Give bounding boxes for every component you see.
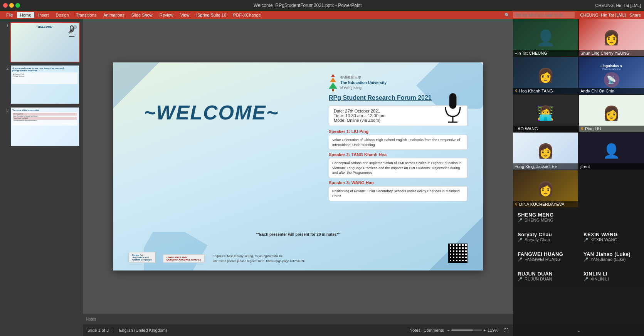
ribbon-user: CHEUNG, Hin Tat [LML]	[580, 13, 626, 17]
sheng-meng-display: SHENG MENG	[518, 212, 573, 218]
xinlin-cell: XINLIN LI 🎤 XINLIN LI	[579, 268, 644, 284]
kexin-sub: KEXIN WANG	[590, 237, 617, 242]
slide-canvas-wrapper: ~WELCOME~ 香港教育大學 The Education U	[83, 19, 513, 314]
sheng-meng-sub: SHENG MENG	[525, 218, 553, 222]
cherry-yeung-label: Shun Ling Cherry YEUNG	[579, 50, 644, 56]
ping-mic-icon: 🎙	[580, 127, 584, 131]
tab-review[interactable]: Review	[156, 12, 177, 18]
soryaly-display: Soryaly Chau	[518, 232, 573, 237]
tab-slideshow[interactable]: Slide Show	[128, 12, 156, 18]
slide-thumb-1[interactable]: ~WELCOME~ 🎤	[10, 22, 80, 62]
tab-design[interactable]: Design	[53, 12, 72, 18]
speaker2-box: Conceptualisations and Implementation of…	[329, 158, 467, 178]
tab-home[interactable]: Home	[17, 12, 34, 18]
slide-thumb-2[interactable]: A warm welcome to our new incoming resea…	[10, 65, 80, 105]
slide-number-1: 1	[3, 22, 8, 28]
slide-logo: 香港教育大學 The Education University of Hong …	[329, 74, 467, 91]
svg-rect-0	[449, 93, 456, 109]
close-button[interactable]	[3, 3, 8, 8]
speaker1-label: Speaker 1: LIU Ping	[329, 129, 467, 134]
tab-transitions[interactable]: Transitions	[73, 12, 99, 18]
zoom-level: 119%	[488, 328, 501, 333]
rujun-cell: RUJUN DUAN 🎤 RUJUN DUAN	[513, 268, 578, 284]
zoom-slider[interactable]	[451, 329, 482, 331]
minus-icon[interactable]: −	[447, 328, 449, 333]
status-bar-right: Notes Comments − + 119% ⛶	[409, 328, 508, 333]
share-button[interactable]: Share	[630, 13, 641, 17]
dina-label: 🎙DINA KUCHERBAYEVA	[513, 201, 578, 207]
mic-icon	[442, 93, 464, 124]
search-input[interactable]	[513, 12, 575, 18]
ribbon-bar: File Home Insert Design Transitions Anim…	[0, 11, 644, 19]
participant-row-shengmeng-kexin: SHENG MENG 🎤 SHENG MENG	[513, 207, 644, 227]
notes-bar: Notes	[83, 314, 513, 324]
slide-count: Slide 1 of 3	[87, 328, 109, 333]
zoom-control: − + 119%	[447, 328, 501, 333]
jtrent-label: jtrent	[579, 163, 644, 170]
video-andy-chin: Linguistics & Communication 📡 Andy Chi O…	[579, 57, 644, 94]
yan-display: YAN Jiahao (Luke)	[583, 251, 639, 257]
minimize-button[interactable]	[9, 3, 14, 8]
video-hin-tat-cheung: 👤 Hin Tat CHEUNG	[513, 19, 578, 56]
notes-area-label: Notes	[83, 317, 513, 321]
jtrent-silhouette: 👤	[603, 143, 620, 159]
slide-number-2: 2	[3, 65, 8, 71]
ribbon-search-area: 🔍	[504, 12, 575, 18]
fit-icon[interactable]: ⛶	[504, 328, 508, 333]
slide-logo-text: 香港教育大學 The Education University of Hong …	[340, 75, 387, 90]
hao-silhouette: 👩‍💻	[537, 105, 554, 121]
scroll-down-button[interactable]: ⌄	[513, 324, 644, 336]
fangwei-sub: FANGWEI HUANG	[525, 257, 561, 262]
window-controls[interactable]	[3, 3, 20, 8]
user-info: CHEUNG, Hin Tat [LML]	[595, 3, 641, 8]
hao-wang-label: HAO WANG	[513, 126, 578, 132]
comments-btn[interactable]: Comments	[424, 328, 444, 333]
window-title: Welcome_RPgStudentForum2021.pptx - Power…	[22, 3, 593, 8]
tab-file[interactable]: File	[3, 12, 16, 18]
row-soryaly-kexin: Soryaly Chau 🎤 Soryaly Chau KEXIN WANG 🎤…	[513, 227, 644, 247]
xinlin-display: XINLIN LI	[583, 271, 639, 277]
speaker2-section: Speaker 2: TANG Khanh Hoa Conceptualisat…	[329, 152, 467, 178]
dina-mic-icon: 🎙	[515, 202, 518, 207]
slide-thumb-3[interactable]: The order of the presentation LIU, Ping …	[10, 107, 80, 147]
video-ping-liu: 👩 🎙Ping LIU	[579, 95, 644, 132]
slide-area: ~WELCOME~ 香港教育大學 The Education U	[83, 19, 513, 336]
notes-btn[interactable]: Notes	[409, 328, 420, 333]
speaker1-section: Speaker 1: LIU Ping Value Orientation of…	[329, 129, 467, 150]
hoa-silhouette: 👩	[537, 67, 554, 84]
rujun-mic: 🎤	[518, 277, 522, 281]
tab-animations[interactable]: Animations	[100, 12, 127, 18]
slide-welcome-text: ~WELCOME~	[144, 101, 279, 124]
kexin-mic: 🎤	[583, 238, 588, 242]
app-body: 1 ~WELCOME~ 🎤 2	[0, 19, 644, 336]
soryaly-cell: Soryaly Chau 🎤 Soryaly Chau	[513, 228, 578, 245]
footer-text: Enquiries: Miss Cherry Yeung, cslyeung@e…	[212, 254, 441, 263]
video-jtrent: 👤 jtrent	[579, 133, 644, 170]
kexin-display: KEXIN WANG	[583, 232, 639, 237]
language-indicator: English (United Kingdom)	[119, 328, 167, 333]
footer-logo-1: Centre forLinguistics andApplied Languag…	[128, 252, 155, 263]
sheng-meng-mic: 🎤	[518, 218, 522, 222]
tab-insert[interactable]: Insert	[35, 12, 52, 18]
slide-thumb-wrapper-1: 1 ~WELCOME~ 🎤	[3, 22, 80, 62]
slide-footer: Centre forLinguistics andApplied Languag…	[128, 244, 467, 263]
separator-1: |	[113, 328, 114, 333]
speaker3-box: Positioning of Private Junior Secondary …	[329, 186, 467, 201]
tab-pdfxchange[interactable]: PDF-XChange	[230, 12, 264, 18]
yan-mic: 🎤	[583, 257, 588, 262]
sheng-meng-cell: SHENG MENG 🎤 SHENG MENG	[513, 209, 578, 225]
slide-thumb-wrapper-3: 3 The order of the presentation LIU, Pin…	[3, 107, 80, 147]
status-bar: Slide 1 of 3 | English (United Kingdom) …	[83, 324, 513, 336]
speaker1-box: Value Orientation of China's High School…	[329, 135, 467, 150]
maximize-button[interactable]	[15, 3, 20, 8]
slide-right-panel: 香港教育大學 The Education University of Hong …	[329, 74, 467, 203]
tab-view[interactable]: View	[177, 12, 193, 18]
xinlin-mic: 🎤	[583, 277, 588, 281]
plus-icon[interactable]: +	[484, 328, 486, 333]
chevron-down-icon: ⌄	[576, 327, 581, 333]
andy-graphic-circle: 📡	[604, 72, 619, 87]
hin-tat-silhouette: 👤	[536, 29, 555, 47]
zoom-slider-fill	[451, 329, 473, 331]
tab-ispring[interactable]: iSpring Suite 10	[193, 12, 229, 18]
qr-code	[448, 244, 467, 263]
